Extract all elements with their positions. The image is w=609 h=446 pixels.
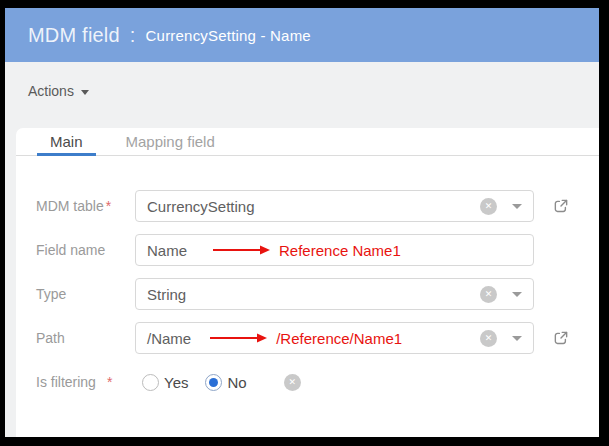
tab-main[interactable]: Main	[37, 128, 96, 155]
page-title-separator: :	[130, 24, 136, 47]
tab-bar: Main Mapping field	[16, 128, 599, 156]
required-marker: *	[107, 374, 112, 390]
annotation: Reference Name1	[212, 242, 401, 259]
form: MDM table* CurrencySetting ✕	[16, 156, 599, 398]
annotation-arrow-icon	[212, 245, 270, 255]
chevron-down-icon	[81, 90, 89, 95]
toolbar: Actions	[5, 62, 599, 100]
path-open-button[interactable]	[553, 330, 569, 346]
path-value: /Name	[147, 330, 191, 347]
radio-no-label: No	[227, 374, 246, 391]
form-row-type: Type String ✕	[36, 278, 599, 310]
clear-icon[interactable]: ✕	[480, 330, 497, 347]
field-name-label: Field name	[36, 242, 135, 258]
type-label: Type	[36, 286, 135, 302]
annotation-arrow-icon	[209, 333, 267, 343]
clear-icon[interactable]: ✕	[480, 198, 497, 215]
form-row-is-filtering: Is filtering* Yes No ✕	[36, 366, 599, 398]
page-title: MDM field : CurrencySetting - Name	[5, 8, 599, 62]
annotation: /Reference/Name1	[209, 330, 402, 347]
app-window: MDM field : CurrencySetting - Name Actio…	[5, 8, 599, 437]
actions-dropdown-button[interactable]: Actions	[28, 83, 89, 99]
path-label: Path	[36, 330, 135, 346]
radio-no[interactable]	[205, 374, 222, 391]
path-combobox[interactable]: /Name /Reference/Name1 ✕	[135, 322, 534, 354]
type-value: String	[147, 286, 186, 303]
radio-yes-label: Yes	[164, 374, 188, 391]
is-filtering-radio-group: Yes No ✕	[142, 374, 301, 391]
form-row-field-name: Field name Name Reference Name1	[36, 234, 599, 266]
tab-mapping-field-label: Mapping field	[126, 133, 215, 150]
form-row-mdm-table: MDM table* CurrencySetting ✕	[36, 190, 599, 222]
mdm-table-combobox[interactable]: CurrencySetting ✕	[135, 190, 534, 222]
clear-icon[interactable]: ✕	[284, 374, 301, 391]
mdm-table-open-button[interactable]	[553, 198, 569, 214]
dropdown-caret-icon[interactable]	[512, 336, 522, 341]
screenshot-root: { "header": { "prefix": "MDM field", "se…	[0, 0, 609, 446]
page-title-prefix: MDM field	[28, 24, 120, 47]
tab-mapping-field[interactable]: Mapping field	[113, 128, 228, 155]
external-link-icon	[553, 198, 569, 214]
page-title-value: CurrencySetting - Name	[146, 27, 311, 44]
dropdown-caret-icon[interactable]	[512, 292, 522, 297]
external-link-icon	[553, 330, 569, 346]
tab-main-label: Main	[50, 133, 83, 150]
radio-yes[interactable]	[142, 374, 159, 391]
form-row-path: Path /Name /Reference/Name1 ✕	[36, 322, 599, 354]
field-name-input[interactable]: Name Reference Name1	[135, 234, 534, 266]
form-card: Main Mapping field MDM table* CurrencySe…	[16, 128, 599, 437]
is-filtering-label: Is filtering*	[36, 374, 135, 390]
annotation-text: /Reference/Name1	[276, 330, 402, 347]
annotation-text: Reference Name1	[279, 242, 401, 259]
actions-label: Actions	[28, 83, 74, 99]
type-combobox[interactable]: String ✕	[135, 278, 534, 310]
required-marker: *	[106, 198, 111, 214]
field-name-value: Name	[147, 242, 187, 259]
mdm-table-label: MDM table*	[36, 198, 135, 214]
clear-icon[interactable]: ✕	[480, 286, 497, 303]
dropdown-caret-icon[interactable]	[512, 204, 522, 209]
mdm-table-value: CurrencySetting	[147, 198, 255, 215]
